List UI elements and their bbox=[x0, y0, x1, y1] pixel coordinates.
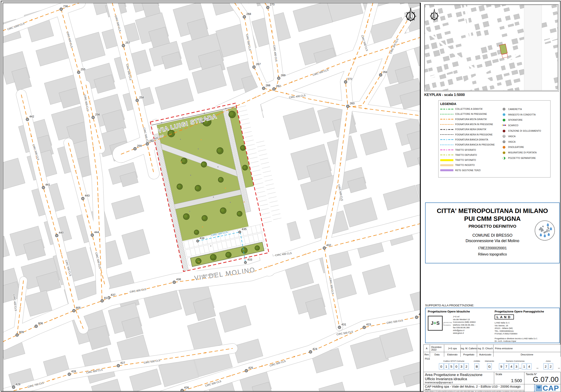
rev-autorizzato: ing. D. Chiuch bbox=[477, 345, 494, 352]
rev-date: Dicembre 2022 bbox=[430, 345, 444, 352]
area-email: invarianzacap@gruppocap.it bbox=[425, 381, 493, 384]
main-map[interactable]: >>>>>>>>>>>>>>>>>>>>>>>>>>>>>>>>>>>>>>>>… bbox=[3, 3, 420, 392]
file-code-char: 1 bbox=[522, 363, 526, 370]
legend-point-item: STAZIONE DI SOLLEVAMENTO bbox=[502, 128, 549, 134]
support-line: P.IVA&C.F.05517330964 bbox=[495, 332, 557, 335]
legend-line-swatch-icon bbox=[440, 113, 453, 116]
legend-point-label: STAZIONE DI SOLLEVAMENTO bbox=[508, 130, 541, 132]
manhole-node bbox=[253, 66, 256, 69]
manhole-node bbox=[26, 118, 29, 121]
scala-label: Scala bbox=[496, 373, 502, 376]
file-code-group: Anno22 bbox=[543, 360, 553, 370]
rev-header: Elaborato bbox=[444, 352, 461, 357]
manhole-node bbox=[77, 71, 80, 74]
legend-line-label: FOGNATURA MISTA GRAVITA' bbox=[455, 118, 487, 120]
manhole-node bbox=[245, 370, 248, 372]
file-code-char: 2 bbox=[549, 363, 553, 370]
node-label: 436 bbox=[176, 278, 181, 281]
legend-line-swatch-icon: > bbox=[440, 108, 453, 110]
area-line2: Ufficio Invarianza idraulica bbox=[425, 377, 493, 381]
legend-point-label: DISOLEATORE bbox=[508, 146, 524, 148]
manhole-node bbox=[244, 261, 247, 264]
manhole-node bbox=[12, 386, 15, 389]
legend-line-label: FOGNATURA BIANCA IN PRESSIONE bbox=[455, 144, 495, 146]
node-label: 736 bbox=[63, 5, 68, 8]
support-line: LAND Italia S.r.l. bbox=[495, 321, 557, 324]
node-label: 426 bbox=[184, 386, 189, 389]
scala-value: 1:500 bbox=[511, 378, 522, 383]
manhole-node bbox=[68, 373, 71, 376]
node-label: 806 bbox=[38, 322, 43, 325]
tavola-value: G.07.00 bbox=[533, 375, 559, 384]
legend-point-label: VASCA bbox=[508, 141, 516, 143]
legend-line-item: COLLETTORE IN PRESSIONE bbox=[440, 112, 502, 117]
support-box: Progettazione Opere Idrauliche J+S ARCHI… bbox=[425, 308, 560, 343]
svg-text:M: M bbox=[503, 152, 505, 153]
node-label: 260 bbox=[149, 139, 154, 143]
support-line: 20121 - Milano (MI) bbox=[495, 327, 557, 330]
manhole-node bbox=[55, 234, 58, 237]
area-cell: Area Progettazione e Realizzazione Uffic… bbox=[424, 372, 494, 384]
rev-header: Progettato bbox=[461, 352, 477, 357]
legend-line-label: TRATTO INCERTO bbox=[455, 164, 475, 166]
legend-line-label: COLLETTORE IN PRESSIONE bbox=[455, 113, 487, 115]
area-line1: Area Progettazione e Realizzazione bbox=[425, 373, 493, 377]
file-code-char: 2 bbox=[543, 363, 548, 370]
node-label: 268 bbox=[246, 12, 251, 16]
rev-elaborato: J+S spa bbox=[444, 345, 461, 352]
legend-line-swatch-icon: > bbox=[440, 138, 453, 141]
file-block: FILE Codice ISTAT Comune015032AmbitoBInt… bbox=[423, 357, 561, 372]
stazione-icon bbox=[502, 129, 506, 133]
node-label: 264 bbox=[383, 70, 388, 74]
rev-descrizione: Prima emissione bbox=[494, 345, 561, 352]
file-code-label: Intervento bbox=[485, 360, 494, 362]
svg-text:>: > bbox=[446, 108, 447, 110]
keyplan[interactable]: N bbox=[424, 4, 559, 92]
file-code-char: 3 bbox=[514, 363, 519, 370]
manhole-node bbox=[273, 88, 275, 91]
manhole-node bbox=[91, 234, 94, 237]
legend-line-label: FOGNATURA MISTA IN PRESSIONE bbox=[455, 123, 493, 126]
manhole-node bbox=[239, 231, 241, 233]
file-code-group: AmbitoB bbox=[474, 360, 480, 370]
manhole-node bbox=[16, 334, 19, 337]
legend-line-swatch-icon bbox=[440, 144, 453, 146]
node-label: 429 bbox=[16, 382, 20, 386]
manhole-node bbox=[35, 325, 38, 328]
legend-point-label: MISURATORE DI PORTATA bbox=[508, 151, 537, 154]
legend-title: LEGENDA bbox=[440, 102, 549, 106]
support-line: via dei Mestieri 13 bbox=[453, 318, 475, 321]
flow-arrow-icon: > bbox=[97, 197, 100, 199]
manhole-node bbox=[122, 44, 125, 47]
legend-point-item: VASCA bbox=[502, 139, 549, 145]
vasca_v-icon: V bbox=[502, 135, 506, 138]
legend-point-label: CAMERETTA bbox=[508, 108, 522, 110]
legend-line-label: FOGNATURA BIANCA GRAVITA bbox=[455, 138, 488, 141]
js-logo-sidetext: ARCHITECTURE & ENGINEERING bbox=[443, 322, 451, 335]
legend-line-label: COLLETTORE A GRAVITA' bbox=[455, 108, 483, 110]
file-code-label: Codice ISTAT Comune bbox=[439, 360, 469, 362]
node-label: 440 bbox=[59, 231, 64, 234]
tavola-cell: Tavola N° G.07.00 bbox=[524, 372, 561, 384]
node-label: 270 bbox=[270, 3, 275, 6]
scarico-icon bbox=[502, 124, 506, 127]
pozzetto-icon bbox=[502, 157, 506, 160]
svg-text:N: N bbox=[434, 16, 435, 19]
legend-line-item: RETE GESTIONE TERZI bbox=[440, 168, 502, 173]
legend-point-label: SCARICO bbox=[508, 124, 518, 127]
legend-line-label: TRATTO SIFONATO bbox=[455, 159, 476, 161]
title-line-7: Rilievo topografico bbox=[426, 253, 559, 256]
legend-line-label: TRATTO DEPURATO bbox=[455, 154, 477, 156]
node-label: 259 bbox=[137, 144, 142, 148]
manhole-node bbox=[173, 281, 176, 284]
legend-line-swatch-icon: > bbox=[440, 148, 453, 151]
land-logo-icon: LAND bbox=[495, 314, 514, 319]
node-label: 272 bbox=[347, 77, 352, 81]
file-code-label: Anno bbox=[543, 360, 553, 362]
file-code-group: _ bbox=[558, 360, 560, 370]
legend-line-label: TRATTO SFIORATO bbox=[455, 149, 476, 151]
legend-line-swatch-icon: > bbox=[440, 154, 453, 156]
manhole-node bbox=[82, 197, 84, 200]
support-line: Via Varese, 16 bbox=[495, 324, 557, 327]
title-line-1: CITTA' METROPOLITANA DI MILANO bbox=[426, 207, 559, 215]
